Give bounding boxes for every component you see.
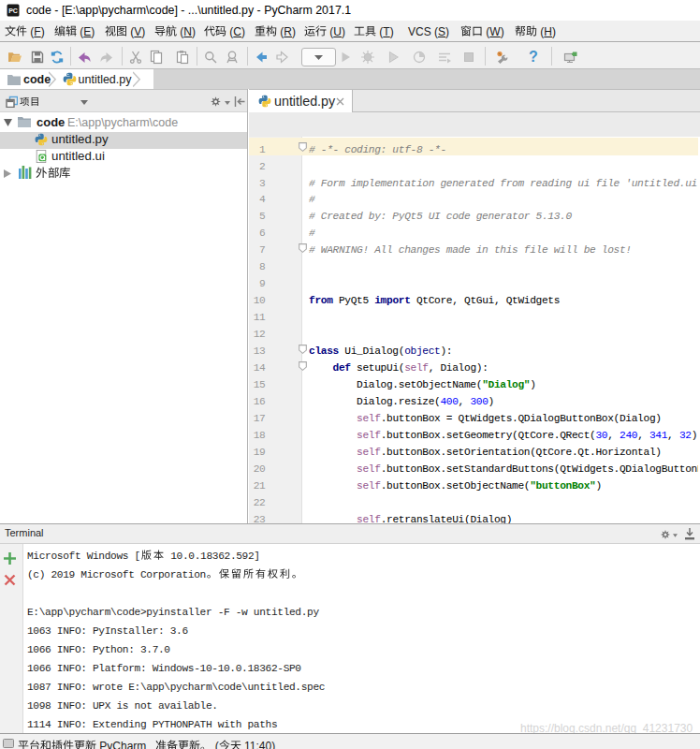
svg-text:PC: PC <box>8 7 18 14</box>
